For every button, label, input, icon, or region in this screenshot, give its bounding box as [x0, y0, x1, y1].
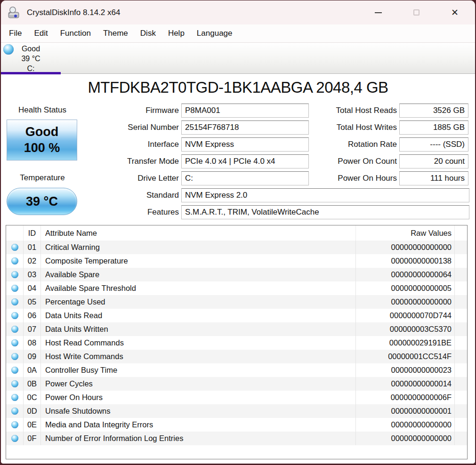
attribute-status-orb-icon: [11, 312, 18, 319]
close-button[interactable]: ✕: [441, 0, 469, 24]
table-row[interactable]: 0B Power Cycles 00000000000014: [6, 377, 467, 391]
attribute-id: 01: [24, 241, 41, 254]
table-row[interactable]: 0F Number of Error Information Log Entri…: [6, 432, 467, 445]
window-title: CrystalDiskInfo 8.14.2 x64: [27, 8, 120, 17]
drive-tab-bar: Good 39 °C C:: [1, 42, 475, 74]
field-value-box[interactable]: 1885 GB: [399, 120, 468, 135]
smart-table-body: 01 Critical Warning 00000000000000 02 Co…: [6, 241, 467, 445]
attribute-status-orb-icon: [11, 435, 18, 442]
menu-item[interactable]: Function: [54, 26, 97, 41]
attribute-name: Number of Error Information Log Entries: [41, 432, 356, 445]
smart-table: ID Attribute Name Raw Values 01 Critical…: [6, 225, 468, 459]
attribute-name: Controller Busy Time: [41, 363, 356, 377]
attribute-status-orb-icon: [11, 298, 18, 305]
table-row[interactable]: 01 Critical Warning 00000000000000: [6, 241, 467, 254]
field-label: Total Host Writes: [311, 123, 397, 132]
attribute-raw-value: 00000000000023: [356, 363, 455, 377]
field-value: PCIe 4.0 x4 | PCIe 4.0 x4: [185, 157, 275, 166]
attribute-name: Composite Temperature: [41, 254, 356, 268]
field-value: C:: [185, 174, 193, 183]
table-row[interactable]: 08 Host Read Commands 000000029191BE: [6, 336, 467, 350]
attribute-id: 0E: [24, 418, 41, 432]
attribute-id: 02: [24, 254, 41, 268]
attribute-status-orb-icon: [11, 271, 18, 278]
attribute-id: 09: [24, 350, 41, 363]
table-row[interactable]: 09 Host Write Commands 00000001CC514F: [6, 350, 467, 363]
field-value: NVM Express 2.0: [185, 191, 247, 200]
field-value: 1885 GB: [433, 123, 465, 132]
field-value: NVM Express: [185, 140, 234, 149]
attribute-raw-value: 00000000000005: [356, 281, 455, 295]
attribute-raw-value: 000000003C5370: [356, 322, 455, 336]
field-value: 20 count: [434, 157, 465, 166]
attribute-id: 04: [24, 281, 41, 295]
menu-item[interactable]: Help: [162, 26, 191, 41]
tab-health-status: Good: [1, 44, 61, 54]
attribute-status-orb-icon: [11, 380, 18, 387]
attribute-id: 08: [24, 336, 41, 350]
column-header-id: ID: [24, 225, 41, 241]
table-row[interactable]: 0E Media and Data Integrity Errors 00000…: [6, 418, 467, 432]
field-label: Interface: [1, 140, 179, 149]
attribute-name: Unsafe Shutdowns: [41, 404, 356, 418]
menu-item[interactable]: File: [3, 26, 28, 41]
attribute-status-orb-icon: [11, 421, 18, 428]
attribute-status-orb-icon: [11, 339, 18, 346]
field-label: Transfer Mode: [1, 157, 179, 166]
field-value-box[interactable]: 3526 GB: [399, 104, 468, 118]
field-value-box[interactable]: P8MA001: [181, 104, 309, 118]
attribute-raw-value: 00000000000014: [356, 377, 455, 391]
table-row[interactable]: 0D Unsafe Shutdowns 00000000000001: [6, 404, 467, 418]
table-row[interactable]: 07 Data Units Written 000000003C5370: [6, 322, 467, 336]
field-row: Standard NVM Express 2.0: [1, 188, 469, 202]
attribute-name: Power Cycles: [41, 377, 356, 391]
minimize-button[interactable]: [364, 0, 392, 24]
table-row[interactable]: 0A Controller Busy Time 00000000000023: [6, 363, 467, 377]
menu-item[interactable]: Disk: [134, 26, 162, 41]
attribute-raw-value: 00000000000000: [356, 418, 455, 432]
menu-bar: File Edit Function Theme Disk Help Langu…: [1, 24, 475, 42]
attribute-raw-value: 0000000070D744: [356, 309, 455, 322]
attribute-name: Data Units Read: [41, 309, 356, 322]
table-row[interactable]: 0C Power On Hours 0000000000006F: [6, 391, 467, 404]
field-value-box[interactable]: 20 count: [399, 154, 468, 168]
field-value-box[interactable]: C:: [181, 171, 309, 185]
close-icon: ✕: [451, 8, 459, 17]
field-value-box[interactable]: ---- (SSD): [399, 137, 468, 152]
drive-model-title: MTFDKBA2T0TGD-1BK1AABGA 2048,4 GB: [1, 79, 475, 96]
menu-item[interactable]: Language: [191, 26, 239, 41]
field-label: Firmware: [1, 106, 179, 115]
field-label: Rotation Rate: [311, 140, 397, 149]
field-label: Power On Count: [311, 157, 397, 166]
attribute-name: Host Read Commands: [41, 336, 356, 350]
attribute-id: 0D: [24, 404, 41, 418]
field-value-box[interactable]: NVM Express 2.0: [181, 188, 469, 202]
field-value-box[interactable]: PCIe 4.0 x4 | PCIe 4.0 x4: [181, 154, 309, 168]
attribute-raw-value: 00000000000001: [356, 404, 455, 418]
attribute-status-orb-icon: [11, 244, 18, 251]
attribute-raw-value: 00000000000064: [356, 268, 455, 281]
attribute-id: 03: [24, 268, 41, 281]
attribute-status-orb-icon: [11, 326, 18, 333]
attribute-raw-value: 00000000000000: [356, 241, 455, 254]
field-value-box[interactable]: NVM Express: [181, 137, 309, 152]
table-row[interactable]: 03 Available Spare 00000000000064: [6, 268, 467, 281]
field-value-box[interactable]: S.M.A.R.T., TRIM, VolatileWriteCache: [181, 205, 469, 219]
menu-item[interactable]: Edit: [28, 26, 54, 41]
attribute-id: 0C: [24, 391, 41, 404]
main-content: MTFDKBA2T0TGD-1BK1AABGA 2048,4 GB Health…: [1, 74, 475, 464]
table-row[interactable]: 04 Available Spare Threshold 00000000000…: [6, 281, 467, 295]
table-row[interactable]: 06 Data Units Read 0000000070D744: [6, 309, 467, 322]
attribute-id: 07: [24, 322, 41, 336]
table-row[interactable]: 05 Percentage Used 00000000000000: [6, 295, 467, 309]
maximize-button[interactable]: [402, 0, 430, 24]
menu-item[interactable]: Theme: [97, 26, 134, 41]
attribute-name: Power On Hours: [41, 391, 356, 404]
table-row[interactable]: 02 Composite Temperature 00000000000138: [6, 254, 467, 268]
drive-tab-c[interactable]: Good 39 °C C:: [1, 43, 61, 74]
attribute-id: 06: [24, 309, 41, 322]
field-value-box[interactable]: 111 hours: [399, 171, 468, 185]
field-label: Standard: [1, 191, 179, 200]
field-value-box[interactable]: 25154F768718: [181, 120, 309, 135]
attribute-status-orb-icon: [11, 353, 18, 360]
